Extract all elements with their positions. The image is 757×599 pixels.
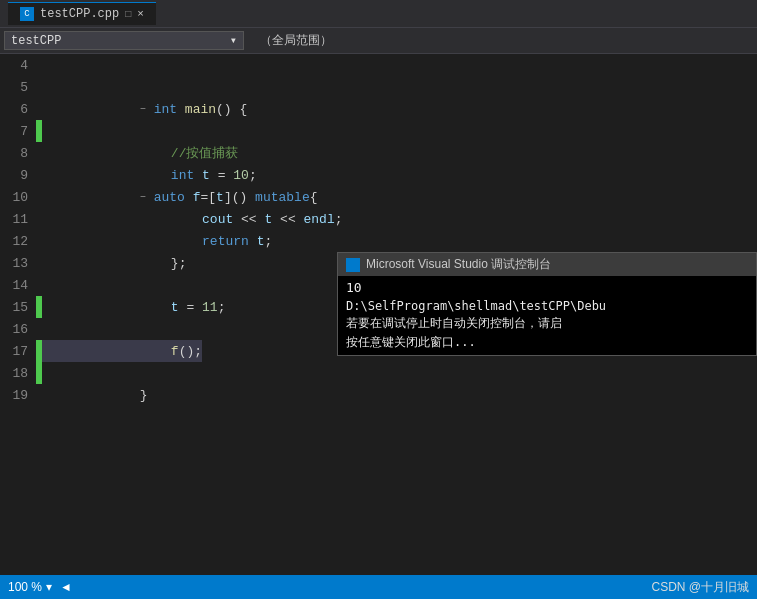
file-tab-label: testCPP.cpp xyxy=(40,7,119,21)
status-bar: 100 % ▾ ◄ CSDN @十月旧城 xyxy=(0,575,757,599)
scroll-left-button[interactable]: ◄ xyxy=(60,580,72,594)
zoom-label: 100 % xyxy=(8,580,42,594)
toolbar: testCPP ▾ （全局范围） xyxy=(0,28,757,54)
line-number: 17 xyxy=(0,344,36,359)
console-output-number: 10 xyxy=(346,280,748,295)
line-number: 15 xyxy=(0,300,36,315)
line-number: 5 xyxy=(0,80,36,95)
console-titlebar: Microsoft Visual Studio 调试控制台 xyxy=(338,253,756,276)
console-icon xyxy=(346,258,360,272)
code-line: } xyxy=(42,384,147,406)
editor-container: 4 5 6 −int main() { 7 8 xyxy=(0,54,757,575)
scope-label: （全局范围） xyxy=(260,32,332,49)
pin-icon[interactable]: □ xyxy=(125,9,131,20)
zoom-dropdown-icon[interactable]: ▾ xyxy=(46,580,52,594)
file-tab-icon: C xyxy=(20,7,34,21)
line-number: 6 xyxy=(0,102,36,117)
console-title: Microsoft Visual Studio 调试控制台 xyxy=(366,256,551,273)
line-number: 13 xyxy=(0,256,36,271)
console-message: 若要在调试停止时自动关闭控制台，请启 xyxy=(346,315,748,332)
line-number: 9 xyxy=(0,168,36,183)
console-prompt: 按任意键关闭此窗口... xyxy=(346,334,748,351)
line-number: 12 xyxy=(0,234,36,249)
collapse-icon[interactable]: − xyxy=(140,192,152,203)
table-row: 4 xyxy=(0,54,757,76)
zoom-control[interactable]: 100 % ▾ xyxy=(8,580,52,594)
console-popup: Microsoft Visual Studio 调试控制台 10 D:\Self… xyxy=(337,252,757,356)
table-row: 19 } xyxy=(0,384,757,406)
code-line xyxy=(42,54,54,76)
code-line: t = 11; xyxy=(42,296,225,318)
line-number: 19 xyxy=(0,388,36,403)
code-line: −int main() { xyxy=(42,98,247,120)
line-number: 10 xyxy=(0,190,36,205)
line-number: 11 xyxy=(0,212,36,227)
console-body: 10 D:\SelfProgram\shellmad\testCPP\Debu … xyxy=(338,276,756,355)
close-icon[interactable]: × xyxy=(137,8,144,20)
chevron-down-icon: ▾ xyxy=(230,33,237,48)
console-path: D:\SelfProgram\shellmad\testCPP\Debu xyxy=(346,299,748,313)
code-line: f(); xyxy=(42,340,202,362)
collapse-icon[interactable]: − xyxy=(140,104,152,115)
line-number: 7 xyxy=(0,124,36,139)
dropdown-value: testCPP xyxy=(11,34,61,48)
watermark-label: CSDN @十月旧城 xyxy=(651,579,749,596)
line-number: 18 xyxy=(0,366,36,381)
table-row: 6 −int main() { xyxy=(0,98,757,120)
line-number: 8 xyxy=(0,146,36,161)
code-line: }; xyxy=(42,252,186,274)
class-dropdown[interactable]: testCPP ▾ xyxy=(4,31,244,50)
code-editor[interactable]: 4 5 6 −int main() { 7 8 xyxy=(0,54,757,575)
line-number: 14 xyxy=(0,278,36,293)
title-bar: C testCPP.cpp □ × xyxy=(0,0,757,28)
line-number: 16 xyxy=(0,322,36,337)
file-tab[interactable]: C testCPP.cpp □ × xyxy=(8,2,156,25)
line-number: 4 xyxy=(0,58,36,73)
